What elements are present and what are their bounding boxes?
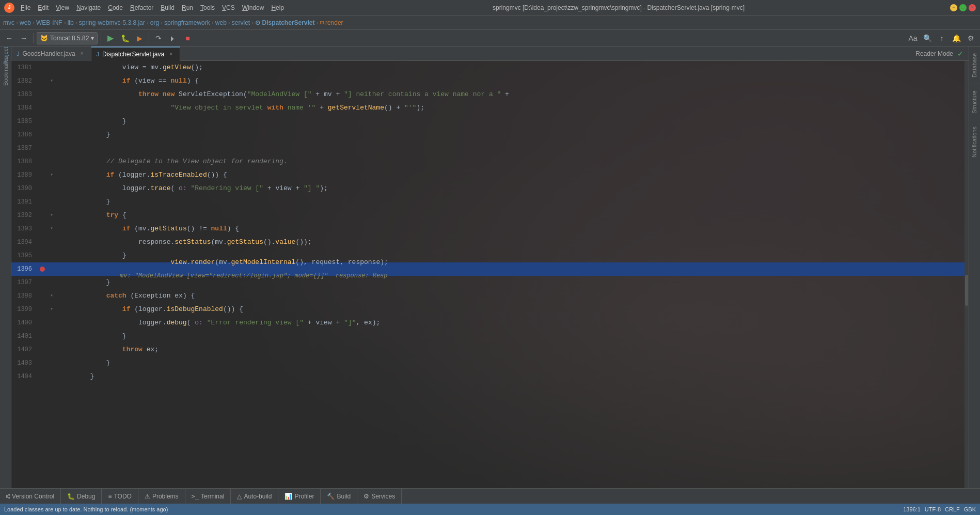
resume-button[interactable]: ⏵ bbox=[167, 32, 179, 44]
menu-bar: File Edit View Navigate Code Refactor Bu… bbox=[18, 3, 287, 12]
bookmarks-panel-button[interactable]: Bookmarks bbox=[0, 64, 13, 79]
breadcrumb-springframework[interactable]: springframework bbox=[164, 19, 210, 26]
tab-version-control[interactable]: ⑆ Version Control bbox=[0, 489, 61, 504]
tab-goodshandler[interactable]: J GoodsHandler.java × bbox=[11, 46, 91, 61]
translate-button[interactable]: Aa bbox=[907, 32, 919, 44]
database-panel-button[interactable]: Database bbox=[969, 46, 980, 84]
code-line-1388: 1388 // Delegate to the View object for … bbox=[11, 155, 965, 168]
auto-build-icon: △ bbox=[237, 493, 242, 500]
tab-goodshandler-label: GoodsHandler.java bbox=[23, 50, 75, 57]
status-position[interactable]: 1396:1 bbox=[903, 506, 921, 512]
menu-refactor[interactable]: Refactor bbox=[127, 3, 156, 12]
code-line-1402: 1402 throw ex; bbox=[11, 343, 965, 356]
window-title: springmvc [D:\idea_project\zzw_springmvc… bbox=[290, 4, 947, 11]
breadcrumb-web[interactable]: web bbox=[20, 19, 31, 26]
breadcrumb-web[interactable]: web bbox=[215, 19, 227, 26]
notifications-panel-button[interactable]: Notifications bbox=[969, 120, 980, 164]
toolbar-forward-button[interactable]: → bbox=[18, 32, 30, 44]
toolbar-back-button[interactable]: ← bbox=[3, 32, 15, 44]
code-line-1382: 1382 ▾ if (view == null) { bbox=[11, 74, 965, 88]
profiler-icon: 📊 bbox=[284, 493, 292, 500]
build-icon: 🔨 bbox=[327, 493, 335, 500]
reader-mode-label[interactable]: Reader Mode bbox=[915, 50, 953, 57]
breadcrumb-method[interactable]: render bbox=[325, 19, 343, 26]
status-indent[interactable]: GBK bbox=[964, 506, 976, 512]
menu-file[interactable]: File bbox=[18, 3, 34, 12]
structure-panel-button[interactable]: Structure bbox=[969, 84, 980, 120]
menu-window[interactable]: Window bbox=[239, 3, 267, 12]
tab-debug[interactable]: 🐛 Debug bbox=[61, 489, 102, 504]
toolbar-sep-1 bbox=[33, 33, 34, 43]
breadcrumb-class[interactable]: ⊙ DispatcherServlet bbox=[255, 19, 314, 26]
tab-auto-build[interactable]: △ Auto-build bbox=[231, 489, 278, 504]
tab-terminal[interactable]: >_ Terminal bbox=[185, 489, 231, 504]
tab-dispatcherservlet[interactable]: J DispatcherServlet.java × bbox=[91, 46, 181, 61]
debug-button[interactable]: 🐛 bbox=[119, 32, 131, 44]
breadcrumb-org[interactable]: org bbox=[150, 19, 159, 26]
step-over-button[interactable]: ↷ bbox=[152, 32, 165, 44]
tab-profiler[interactable]: 📊 Profiler bbox=[278, 489, 321, 504]
menu-navigate[interactable]: Navigate bbox=[73, 3, 104, 12]
code-line-1400: 1400 logger.debug( o: "Error rendering v… bbox=[11, 316, 965, 330]
tab-services[interactable]: ⚙ Services bbox=[357, 489, 402, 504]
run-button[interactable]: ▶ bbox=[104, 32, 117, 44]
breadcrumb-sep-8: › bbox=[228, 19, 230, 26]
toolbar: ← → 🐱 Tomcat 8.5.82 ▾ ▶ 🐛 ▶ ↷ ⏵ ■ Aa 🔍 ↑… bbox=[0, 30, 980, 46]
git-button[interactable]: ↑ bbox=[936, 32, 948, 44]
version-control-label: Version Control bbox=[12, 493, 54, 500]
tab-bar: J GoodsHandler.java × J DispatcherServle… bbox=[11, 46, 969, 61]
code-area[interactable]: 1381 view = mv.getView(); 1382 ▾ if (vie… bbox=[11, 61, 969, 488]
search-button[interactable]: 🔍 bbox=[921, 32, 934, 44]
services-icon: ⚙ bbox=[363, 493, 369, 500]
scroll-thumb[interactable] bbox=[965, 275, 968, 306]
todo-icon: ≡ bbox=[108, 493, 112, 500]
close-button[interactable]: × bbox=[969, 4, 976, 11]
notifications-button[interactable]: 🔔 bbox=[950, 32, 962, 44]
tab-dispatcher-icon: J bbox=[97, 51, 100, 57]
breadcrumb-jar[interactable]: spring-webmvc-5.3.8.jar bbox=[79, 19, 145, 26]
menu-run[interactable]: Run bbox=[179, 3, 196, 12]
menu-help[interactable]: Help bbox=[268, 3, 287, 12]
code-line-1392: 1392 ▾ try { bbox=[11, 209, 965, 222]
toolbar-right: Aa 🔍 ↑ 🔔 ⚙ bbox=[907, 32, 977, 44]
tab-build[interactable]: 🔨 Build bbox=[321, 489, 357, 504]
breadcrumb-mvc[interactable]: mvc bbox=[3, 19, 14, 26]
menu-edit[interactable]: Edit bbox=[35, 3, 52, 12]
tomcat-dropdown[interactable]: 🐱 Tomcat 8.5.82 ▾ bbox=[37, 32, 98, 44]
maximize-button[interactable]: □ bbox=[959, 4, 967, 11]
breakpoint-dot-1396 bbox=[40, 267, 45, 272]
tomcat-dropdown-icon: ▾ bbox=[91, 35, 94, 42]
coverage-button[interactable]: ▶ bbox=[133, 32, 146, 44]
toolbar-sep-3 bbox=[149, 33, 149, 43]
code-line-1404: 1404 } bbox=[11, 370, 965, 383]
tab-goodshandler-close[interactable]: × bbox=[78, 50, 86, 57]
code-line-1397: 1397 } bbox=[11, 276, 965, 289]
version-control-icon: ⑆ bbox=[6, 493, 10, 500]
tab-todo[interactable]: ≡ TODO bbox=[102, 489, 138, 504]
code-line-1399: 1399 ▾ if (logger.isDebugEnabled()) { bbox=[11, 303, 965, 316]
menu-build[interactable]: Build bbox=[157, 3, 178, 12]
menu-code[interactable]: Code bbox=[105, 3, 126, 12]
stop-button[interactable]: ■ bbox=[181, 32, 194, 44]
reader-mode-check-icon: ✓ bbox=[957, 50, 963, 58]
settings-button[interactable]: ⚙ bbox=[965, 32, 977, 44]
tab-dispatcher-close[interactable]: × bbox=[167, 51, 175, 58]
editor-scrollbar[interactable] bbox=[965, 61, 969, 488]
code-line-1398: 1398 ▾ catch (Exception ex) { bbox=[11, 289, 965, 303]
breadcrumb-sep-7: › bbox=[212, 19, 214, 26]
menu-view[interactable]: View bbox=[53, 3, 72, 12]
minimize-button[interactable]: − bbox=[950, 4, 957, 11]
tab-problems[interactable]: ⚠ Problems bbox=[138, 489, 185, 504]
menu-vcs[interactable]: VCS bbox=[219, 3, 238, 12]
status-line-sep[interactable]: CRLF bbox=[945, 506, 960, 512]
breadcrumb-servlet[interactable]: servlet bbox=[232, 19, 250, 26]
code-line-1393: 1393 ▾ if (mv.getStatus() != null) { bbox=[11, 222, 965, 236]
breadcrumb-lib[interactable]: lib bbox=[68, 19, 74, 26]
editor-area: J GoodsHandler.java × J DispatcherServle… bbox=[11, 46, 969, 488]
menu-tools[interactable]: Tools bbox=[197, 3, 218, 12]
status-encoding[interactable]: UTF-8 bbox=[925, 506, 941, 512]
breadcrumb-sep-4: › bbox=[75, 19, 77, 26]
breadcrumb-webinf[interactable]: WEB-INF bbox=[36, 19, 62, 26]
code-line-1391: 1391 } bbox=[11, 195, 965, 209]
problems-label: Problems bbox=[152, 493, 179, 500]
